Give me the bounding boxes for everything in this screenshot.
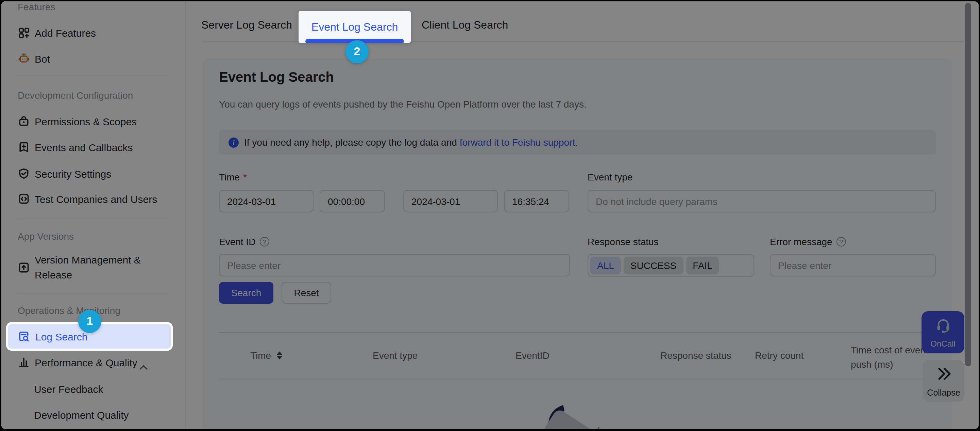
sidebar-section-app-versions: App Versions — [18, 231, 74, 242]
bar-chart-icon — [18, 356, 30, 368]
help-icon[interactable]: ? — [259, 237, 269, 246]
response-status-segmented: ALL SUCCESS FAIL — [588, 254, 754, 277]
table-header-event-type: Event type — [373, 350, 418, 361]
sidebar-item-user-feedback[interactable]: User Feedback — [2, 381, 185, 397]
event-type-input[interactable] — [588, 190, 936, 212]
sidebar: Features Add Features Bot Development Co… — [2, 2, 186, 429]
feishu-support-link[interactable]: forward it to Feishu support. — [460, 137, 578, 148]
tour-step-1-badge: 1 — [78, 310, 101, 333]
sidebar-item-label: Bot — [35, 53, 50, 64]
table-header-event-id: EventID — [515, 350, 549, 361]
error-message-label: Error message? — [770, 236, 846, 247]
tab-label: Event Log Search — [312, 21, 398, 33]
start-date-input[interactable] — [219, 190, 313, 212]
sidebar-item-label: Log Search — [35, 330, 88, 342]
scrollbar-thumb[interactable] — [965, 3, 971, 366]
end-time-input[interactable] — [504, 190, 569, 212]
sidebar-item-add-features[interactable]: Add Features — [2, 24, 185, 41]
sidebar-item-label: User Feedback — [34, 383, 103, 394]
sidebar-section-features: Features — [18, 2, 56, 12]
response-status-label: Response status — [588, 236, 659, 247]
event-id-label: Event ID? — [219, 236, 269, 247]
table-header-retry-count: Retry count — [755, 350, 803, 361]
required-asterisk: * — [243, 172, 247, 182]
sidebar-item-label: Events and Callbacks — [35, 141, 133, 153]
event-type-label: Event type — [588, 172, 633, 182]
bookmark-plus-icon — [18, 141, 30, 153]
headset-icon — [935, 317, 951, 334]
bot-icon — [18, 53, 30, 65]
tab-server-log-search[interactable]: Server Log Search — [201, 19, 292, 31]
sidebar-item-permissions[interactable]: Permissions & Scopes — [2, 113, 185, 129]
chevron-up-icon[interactable] — [139, 360, 148, 365]
oncall-label: OnCall — [921, 339, 964, 349]
table-header-response-status: Response status — [660, 350, 732, 361]
sidebar-item-version-management[interactable]: Version Management & Release — [2, 252, 185, 283]
start-time-input[interactable] — [320, 190, 385, 212]
help-banner-text: If you need any help, please copy the lo… — [244, 137, 457, 148]
table-header-bottom-border — [219, 378, 936, 379]
table-header-time-cost: Time cost of event push (ms) — [851, 343, 930, 372]
empty-state-illustration — [543, 404, 631, 429]
help-banner: i If you need any help, please copy the … — [219, 130, 936, 155]
sidebar-divider — [18, 76, 169, 76]
sidebar-section-dev-config: Development Configuration — [18, 90, 133, 101]
end-date-input[interactable] — [403, 190, 498, 212]
code-square-icon — [18, 193, 30, 205]
response-status-option-success[interactable]: SUCCESS — [624, 257, 683, 275]
sidebar-item-label: Permissions & Scopes — [35, 115, 137, 127]
oncall-button[interactable]: OnCall — [921, 311, 964, 353]
sidebar-item-label: Security Settings — [35, 168, 111, 179]
sidebar-item-performance-quality[interactable]: Performance & Quality — [2, 354, 185, 370]
sidebar-item-label: Performance & Quality — [35, 356, 137, 368]
screenshot-root: Features Add Features Bot Development Co… — [0, 0, 980, 431]
app-window: Features Add Features Bot Development Co… — [2, 2, 978, 429]
double-chevron-right-icon — [936, 367, 951, 381]
sidebar-divider — [18, 219, 169, 219]
table-header-time[interactable]: Time — [250, 350, 282, 361]
event-id-input[interactable] — [219, 254, 570, 276]
collapse-label: Collapse — [923, 388, 964, 397]
time-label: Time* — [219, 172, 247, 182]
sidebar-item-label: Add Features — [35, 27, 96, 38]
sidebar-item-events-callbacks[interactable]: Events and Callbacks — [2, 139, 185, 155]
error-message-input[interactable] — [770, 254, 936, 276]
shield-check-icon — [18, 168, 30, 180]
sidebar-divider — [18, 293, 169, 294]
tab-event-log-search[interactable]: Event Log Search — [299, 11, 411, 43]
sidebar-item-test-companies[interactable]: Test Companies and Users — [2, 191, 185, 207]
table-top-border — [219, 332, 936, 333]
page-description: You can query logs of events pushed by t… — [219, 99, 587, 110]
tab-client-log-search[interactable]: Client Log Search — [422, 19, 508, 31]
search-button[interactable]: Search — [219, 282, 274, 304]
grid-plus-icon — [18, 27, 30, 39]
tour-step-2-badge: 2 — [345, 40, 369, 63]
page-title: Event Log Search — [219, 69, 334, 85]
help-icon[interactable]: ? — [837, 237, 846, 246]
response-status-option-all[interactable]: ALL — [590, 257, 621, 275]
collapse-button[interactable]: Collapse — [923, 360, 964, 402]
info-icon: i — [229, 137, 239, 147]
sort-icon[interactable] — [277, 351, 282, 359]
arrow-up-square-icon — [18, 262, 30, 274]
sidebar-item-security-settings[interactable]: Security Settings — [2, 166, 185, 182]
sidebar-item-bot[interactable]: Bot — [2, 50, 185, 67]
sidebar-item-label: Development Quality — [34, 409, 129, 420]
sidebar-section-operations: Operations & Monitoring — [18, 305, 120, 316]
sidebar-item-label: Test Companies and Users — [35, 193, 157, 204]
sidebar-item-development-quality[interactable]: Development Quality — [2, 407, 185, 423]
sidebar-item-label: Version Management & Release — [35, 252, 156, 283]
response-status-option-fail[interactable]: FAIL — [686, 257, 719, 275]
reset-button[interactable]: Reset — [282, 282, 331, 304]
lock-icon — [18, 115, 30, 127]
log-search-icon — [18, 330, 30, 343]
